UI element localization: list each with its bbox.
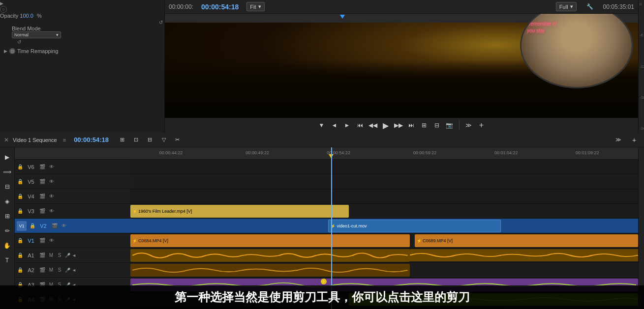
v3-lock-icon[interactable]: 🔒 [17, 208, 24, 215]
a3-marker[interactable]: ⚡ [321, 279, 327, 284]
ripple-tool[interactable]: ⊟ [1, 181, 13, 193]
clips-v4[interactable] [130, 189, 638, 204]
seq-menu-icon[interactable]: ≡ [63, 137, 66, 143]
overwrite-btn[interactable]: ⊟ [431, 120, 442, 131]
nest-tool[interactable]: ▽ [158, 134, 170, 146]
step-fwd-btn[interactable]: ▶▶ [393, 120, 404, 131]
a2-mic-icon[interactable]: 🎤 [64, 267, 70, 273]
blend-reset-btn[interactable]: ↺ [16, 38, 23, 45]
clips-v6[interactable] [130, 160, 638, 174]
a1-lock-icon[interactable]: 🔒 [17, 252, 24, 259]
play-btn[interactable]: ▶ [380, 120, 391, 131]
neon-sign: Remember clyou star [527, 21, 556, 34]
clip-c0684[interactable]: ⚡ C0684.MP4 [V] [130, 234, 410, 247]
a1-mic-icon[interactable]: 🎤 [64, 253, 70, 258]
right-scale-panel: 0 -6 -12 -18 -24 [638, 0, 644, 133]
settings-btn[interactable]: ≫ [463, 120, 474, 131]
link-tool[interactable]: ⊡ [130, 134, 142, 146]
opacity-label: Opacity [0, 13, 18, 19]
v5-eye-icon[interactable]: 👁 [48, 178, 56, 186]
v1-label: V1 [25, 238, 37, 244]
v2-lock-icon[interactable]: 🔒 [29, 223, 36, 229]
time-remap-expand-icon[interactable]: ▶ [4, 49, 7, 54]
v4-eye-icon[interactable]: 👁 [48, 193, 56, 200]
a1-s-btn[interactable]: S [56, 253, 63, 258]
clips-v1[interactable]: ⚡ C0684.MP4 [V] ⚡ C0689.MP4 [V] [130, 233, 638, 248]
timeline-header: ✕ Video 1 Sequence ≡ 00:00:54:18 ⊞ ⊡ ⊟ ▽… [0, 133, 644, 147]
v4-lock-icon[interactable]: 🔒 [17, 193, 24, 200]
track-row-v1: 🔒 V1 🎬 👁 [15, 233, 130, 248]
a2-s-btn[interactable]: S [56, 267, 63, 273]
opacity-reset-btn[interactable]: ↺ [157, 19, 164, 26]
clip-c0689-label: C0689.MP4 [V] [423, 238, 453, 243]
ruler-playhead-marker [329, 154, 334, 158]
full-dropdown[interactable]: Full ▾ [556, 2, 577, 11]
preview-playhead-arrow [340, 15, 345, 19]
track-row-v4: 🔒 V4 🎬 👁 [15, 189, 130, 204]
selection-tool[interactable]: ▶ [1, 151, 13, 163]
timeline-add-btn[interactable]: + [628, 134, 640, 146]
razor-side-tool[interactable]: ◈ [1, 196, 13, 207]
left-tools: ▶ ⟹ ⊟ ◈ ⊞ ✏ ✋ T [0, 147, 15, 309]
v3-film-icon: 🎬 [38, 207, 46, 215]
razor-tool[interactable]: ✂ [172, 134, 184, 146]
scale-neg24: -24 [640, 126, 643, 131]
a1-m-btn[interactable]: M [48, 253, 55, 258]
preview-panel: 00:00:00: 00:00:54:18 Fit ▾ Full ▾ 🔧 00:… [165, 0, 638, 133]
opacity-value[interactable]: 100.0 [20, 13, 33, 19]
track-row-v5: 🔒 V5 🎬 👁 [15, 174, 130, 189]
clip-a2-audio[interactable] [130, 264, 410, 277]
clips-v5[interactable] [130, 174, 638, 189]
v2-eye-icon[interactable]: 👁 [60, 222, 68, 230]
timeline-settings-btn[interactable]: ≫ [613, 134, 624, 146]
clips-a2[interactable] [130, 263, 638, 278]
v1-eye-icon[interactable]: 👁 [48, 237, 56, 245]
blend-mode-dropdown[interactable]: Normal ▾ [12, 31, 61, 38]
track-row-a2: 🔒 A2 🎬 M S 🎤 ◄ [15, 263, 130, 278]
add-marker-tool[interactable]: ⊟ [144, 134, 156, 146]
add-btn[interactable]: + [476, 120, 487, 131]
pen-tool[interactable]: ✏ [1, 225, 13, 237]
a1-label: A1 [25, 253, 37, 258]
clip-a1-audio[interactable] [130, 249, 410, 262]
v1-lock-icon[interactable]: 🔒 [17, 237, 24, 244]
slip-tool[interactable]: ⊞ [1, 210, 13, 222]
v6-lock-icon[interactable]: 🔒 [17, 164, 24, 170]
trim-in-btn[interactable]: ◄ [329, 120, 340, 131]
clip-a1-audio2[interactable] [410, 249, 638, 261]
a2-lock-icon[interactable]: 🔒 [17, 267, 24, 274]
v5-label: V5 [25, 179, 37, 185]
go-in-btn[interactable]: ⏮ [355, 120, 366, 131]
clips-v3[interactable]: ⚡ 1960's Film Leader.mp4 [V] [130, 204, 638, 219]
scale-neg18: -18 [640, 95, 643, 100]
v6-eye-icon[interactable]: 👁 [48, 163, 56, 171]
v5-film-icon: 🎬 [38, 178, 46, 186]
export-frame-btn[interactable]: 📷 [444, 120, 455, 131]
fit-dropdown[interactable]: Fit ▾ [246, 2, 264, 11]
go-out-btn[interactable]: ⏭ [406, 120, 417, 131]
a2-label: A2 [25, 267, 37, 273]
trim-out-btn[interactable]: ► [342, 120, 353, 131]
snap-tool[interactable]: ⊞ [117, 134, 128, 146]
marker-btn[interactable]: ▼ [316, 120, 327, 131]
program-timecode[interactable]: 00:00:54:18 [201, 3, 239, 11]
clip-c0689[interactable]: ⚡ C0689.MP4 [V] [415, 234, 638, 247]
clips-a1[interactable] [130, 248, 638, 263]
opacity-row: ▶ ○ Opacity 100.0 % ↺ [0, 0, 164, 26]
time-remap-icon: ⊡ [9, 48, 15, 54]
clips-v2[interactable]: ⚡ video1-cut.mov [130, 219, 638, 233]
v3-eye-icon[interactable]: 👁 [48, 207, 56, 215]
wrench-icon[interactable]: 🔧 [586, 3, 593, 10]
time-remap-label: Time Remapping [17, 48, 58, 54]
v5-lock-icon[interactable]: 🔒 [17, 178, 24, 185]
step-back-btn[interactable]: ◀◀ [368, 120, 378, 131]
hand-tool[interactable]: ✋ [1, 240, 13, 252]
clip-video1-cut[interactable]: ⚡ video1-cut.mov [328, 220, 501, 232]
track-select-tool[interactable]: ⟹ [1, 166, 13, 178]
main-top-layout: ▶ ○ Opacity 100.0 % ↺ Blend Mode Normal … [0, 0, 644, 133]
insert-btn[interactable]: ⊞ [419, 120, 429, 131]
seq-close-btn[interactable]: ✕ [4, 137, 9, 143]
a2-m-btn[interactable]: M [48, 267, 55, 273]
text-tool[interactable]: T [1, 254, 13, 266]
clip-film-leader[interactable]: ⚡ 1960's Film Leader.mp4 [V] [130, 205, 349, 218]
